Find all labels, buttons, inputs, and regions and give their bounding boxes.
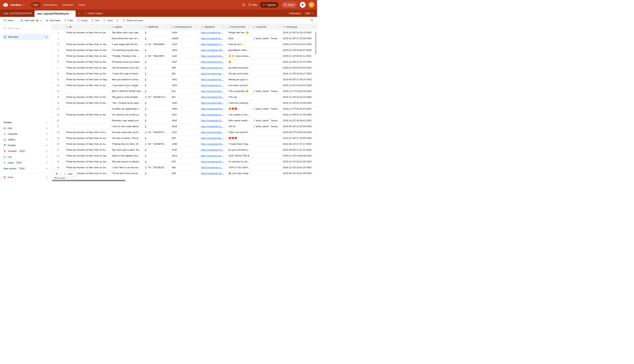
column-menu-chevron-icon[interactable]	[223, 26, 225, 28]
cell-commentsCount[interactable]: 813	[170, 88, 199, 94]
cell-link[interactable]: https://instagram.fc…	[201, 84, 223, 87]
cell-caption[interactable]: It makes me appreciate h…	[110, 106, 143, 112]
table-row[interactable]: 8Photo by Humans of New York on De…“I ha…	[52, 71, 317, 76]
cell-timestamp[interactable]: 2024-08-21T17:27:17.000Z	[281, 141, 317, 147]
column-header-alt[interactable]: A alt	[65, 24, 110, 30]
hide-fields-button[interactable]: Hide fields	[44, 18, 62, 23]
cell-caption[interactable]: Recently I was angry eno…	[110, 118, 143, 123]
cell-alt[interactable]: Photo by Humans of New York on Sep…	[65, 76, 110, 82]
cell-alt[interactable]	[65, 124, 110, 129]
table-row[interactable]: 9Photo by Humans of New York on Sep…Was …	[52, 76, 317, 82]
cell-caption[interactable]: “I just want to be a single …	[110, 82, 143, 88]
table-row[interactable]: 10Photo by Humans of New York on De…“I j…	[52, 82, 317, 88]
cell-link[interactable]: https://scontent-iad…	[201, 72, 223, 75]
cell-musicInfo[interactable]	[252, 100, 281, 106]
cell-displayUrl[interactable]: https://scontent-hkg…	[199, 53, 227, 59]
cell-alt[interactable]: Photo by Humans of New York on Jan…	[65, 159, 110, 164]
cell-childPosts[interactable]: []	[143, 76, 170, 82]
views-button[interactable]: Views	[2, 18, 15, 23]
cell-caption[interactable]: BEST UPDATE EVER! Mos…	[110, 88, 143, 94]
cell-commentsCount[interactable]: 13826	[170, 36, 199, 41]
cell-caption[interactable]: “I have this urge to leave …	[110, 71, 143, 76]
table-row[interactable]: 24Photo by Humans of New York on De…“I d…	[52, 164, 317, 170]
cell-childPosts[interactable]: [ { "id": "352582717…	[143, 94, 170, 100]
cell-musicInfo[interactable]: { "artist_name": "huma…	[252, 106, 281, 112]
cell-firstComment[interactable]: Who needs enemi…	[227, 118, 252, 123]
cell-displayUrl[interactable]: https://instagram.fit…	[199, 118, 227, 123]
table-row[interactable]: 19Photo by Humans of New York on Jul…“He…	[52, 135, 317, 141]
cell-timestamp[interactable]: 2024-12-20T16:26:27.000Z	[281, 71, 317, 76]
cell-link[interactable]: https://scontent-lga…	[201, 131, 223, 134]
cell-commentsCount[interactable]: 1064	[170, 106, 199, 112]
cell-link[interactable]: https://scontent-ber…	[201, 78, 224, 81]
cell-caption[interactable]: “Yes, I fucked up by sayin…	[110, 100, 143, 106]
cell-childPosts[interactable]: [ { "id": "35404668…	[143, 42, 170, 47]
cell-caption[interactable]: “My mom was a witch. No…	[110, 147, 143, 153]
cell-childPosts[interactable]: [ { "id": "35432997…	[143, 53, 170, 59]
color-button[interactable]: Color	[101, 18, 114, 23]
cell-caption[interactable]: “I was angry with him for …	[110, 42, 143, 47]
cell-link[interactable]: https://scontent-dfw…	[201, 102, 224, 104]
cell-commentsCount[interactable]: 1330	[170, 100, 199, 106]
vertical-scrollbar-thumb[interactable]	[315, 32, 316, 55]
cell-musicInfo[interactable]	[252, 30, 281, 35]
plus-icon[interactable]	[46, 150, 48, 152]
cell-link[interactable]: https://instagram.fsr…	[201, 148, 224, 151]
create-item-gallery[interactable]: Gallery	[2, 137, 49, 142]
cell-displayUrl[interactable]: https://instagram.fc…	[199, 82, 227, 88]
cell-commentsCount[interactable]: 2814	[170, 153, 199, 158]
cell-firstComment[interactable]: Are these real wor…	[227, 82, 252, 88]
tools-button[interactable]: Tools	[305, 12, 314, 15]
cell-timestamp[interactable]: 2025-01-03T20:05:03.000Z	[281, 65, 317, 70]
plus-icon[interactable]	[46, 162, 48, 164]
cell-commentsCount[interactable]: 909	[170, 65, 199, 70]
column-header-commentsCount[interactable]: # commentsCount	[170, 24, 199, 30]
cell-firstComment[interactable]: ❤️❤️❤️	[227, 135, 252, 141]
create-item-kanban[interactable]: Kanban	[2, 142, 49, 148]
cell-firstComment[interactable]: Feel you bro ✨	[227, 42, 252, 47]
cell-childPosts[interactable]: []	[143, 106, 170, 112]
cell-alt[interactable]: Photo by Humans of New York on De…	[65, 71, 110, 76]
cell-caption[interactable]: “Back in the eighties dun…	[110, 153, 143, 158]
cell-firstComment[interactable]: Wow	[227, 36, 252, 41]
cell-childPosts[interactable]: []	[143, 135, 170, 141]
plus-icon[interactable]	[46, 176, 48, 178]
plus-icon[interactable]	[46, 127, 48, 130]
table-row[interactable]: 7Photo by Humans of New York on Jan…“Not…	[52, 65, 317, 71]
table-tab-inactive[interactable]: data_YeJXCj519OJntxC30	[1, 10, 35, 17]
add-or-import-button[interactable]: Add or import	[82, 10, 105, 17]
cell-childPosts[interactable]: []	[143, 88, 170, 94]
cell-musicInfo[interactable]	[252, 94, 281, 100]
cell-displayUrl[interactable]: https://instagram.fm…	[199, 65, 227, 70]
cell-timestamp[interactable]: 2024-12-19T20:23:45.000Z	[281, 100, 317, 106]
cell-link[interactable]: https://scontent-hou…	[201, 60, 224, 63]
share-and-sync-button[interactable]: Share and sync	[121, 18, 145, 23]
cell-timestamp[interactable]: 2024-12-28T17:47:22.000Z	[281, 59, 317, 65]
cell-timestamp[interactable]: 2024-11-27T19:16:20.000Z	[281, 106, 317, 112]
cell-firstComment[interactable]: That's my friend B…	[227, 130, 252, 135]
cell-childPosts[interactable]: []	[143, 82, 170, 88]
cell-displayUrl[interactable]: https://instagram.fm…	[199, 94, 227, 100]
select-all-checkbox[interactable]	[54, 26, 56, 28]
cell-firstComment[interactable]: THAT is SO cool!!!…	[227, 164, 252, 170]
cell-alt[interactable]: Photo by Humans of New York on Jan…	[65, 47, 110, 53]
cell-alt[interactable]: Photo by Humans of New York on Jan…	[65, 153, 110, 158]
cell-alt[interactable]	[65, 36, 110, 41]
cell-caption[interactable]: “My train leaves in twenty…	[110, 159, 143, 164]
nav-tab-forms[interactable]: Forms	[76, 2, 88, 8]
select-all-cell[interactable]	[52, 24, 65, 30]
cell-childPosts[interactable]: []	[143, 65, 170, 70]
cell-commentsCount[interactable]: 1904	[170, 82, 199, 88]
cell-musicInfo[interactable]	[252, 141, 281, 147]
cell-alt[interactable]: Photo by Humans of New York on De…	[65, 164, 110, 170]
cell-musicInfo[interactable]	[252, 53, 281, 59]
table-row[interactable]: 4Photo by Humans of New York on Jan…“I'm…	[52, 47, 317, 53]
column-menu-chevron-icon[interactable]	[277, 26, 279, 28]
search-button[interactable]	[308, 18, 315, 23]
workspace-switcher[interactable]: Vendors	[10, 2, 26, 8]
cell-link[interactable]: https://instagram.fm…	[201, 66, 224, 69]
cell-musicInfo[interactable]	[252, 130, 281, 135]
cell-commentsCount[interactable]: 1011	[170, 130, 199, 135]
cell-caption[interactable]: “Everyone knew my situat…	[110, 59, 143, 65]
cell-childPosts[interactable]: []	[143, 100, 170, 106]
